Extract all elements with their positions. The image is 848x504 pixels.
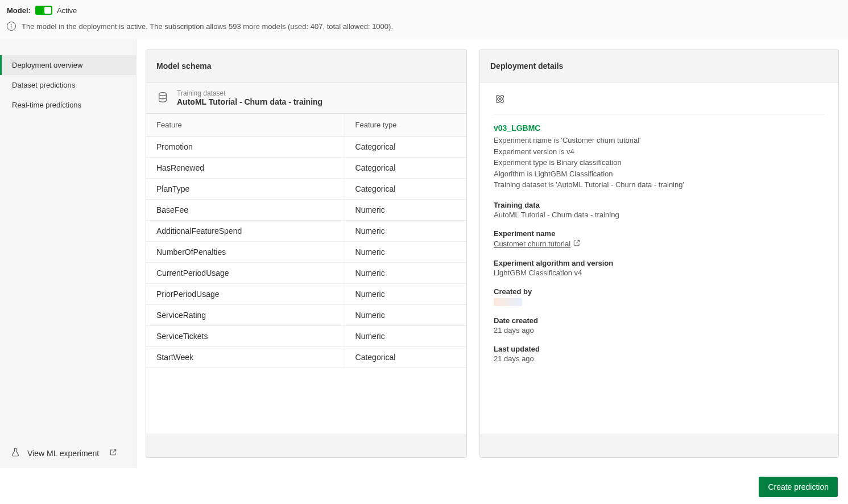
model-name: v03_LGBMC bbox=[494, 123, 825, 133]
date-created-value: 21 days ago bbox=[494, 326, 825, 334]
table-row: AdditionalFeatureSpendNumeric bbox=[146, 221, 466, 242]
details-panel-footer bbox=[480, 435, 838, 457]
atom-icon bbox=[494, 98, 506, 107]
algo-version-label: Experiment algorithm and version bbox=[494, 259, 825, 267]
feature-type-cell: Categorical bbox=[345, 137, 466, 158]
experiment-name-link[interactable]: Customer churn tutorial bbox=[494, 239, 581, 249]
deployment-details-panel: Deployment details v03_LGBMC Experiment … bbox=[479, 49, 839, 458]
view-ml-experiment-label: View ML experiment bbox=[27, 449, 99, 458]
sidebar: Deployment overviewDataset predictionsRe… bbox=[0, 39, 136, 468]
feature-type-cell: Categorical bbox=[345, 179, 466, 200]
table-row: ServiceRatingNumeric bbox=[146, 305, 466, 326]
table-row: StartWeekCategorical bbox=[146, 347, 466, 368]
feature-type-cell: Numeric bbox=[345, 242, 466, 263]
subscription-info-text: The model in the deployment is active. T… bbox=[22, 22, 393, 31]
experiment-name-label: Experiment name bbox=[494, 229, 825, 238]
feature-cell: StartWeek bbox=[146, 347, 345, 368]
feature-type-cell: Numeric bbox=[345, 200, 466, 221]
feature-type-cell: Numeric bbox=[345, 221, 466, 242]
feature-cell: Promotion bbox=[146, 137, 345, 158]
sidebar-item-real-time-predictions[interactable]: Real-time predictions bbox=[0, 95, 136, 115]
feature-cell: AdditionalFeatureSpend bbox=[146, 221, 345, 242]
detail-line: Experiment type is Binary classification bbox=[494, 157, 825, 168]
feature-cell: BaseFee bbox=[146, 200, 345, 221]
external-link-icon bbox=[109, 448, 117, 458]
date-created-label: Date created bbox=[494, 316, 825, 325]
feature-cell: HasRenewed bbox=[146, 158, 345, 179]
flask-icon bbox=[10, 447, 20, 459]
feature-type-cell: Numeric bbox=[345, 284, 466, 305]
model-schema-panel: Model schema Training dataset AutoML Tut… bbox=[146, 49, 467, 458]
feature-cell: CurrentPeriodUsage bbox=[146, 263, 345, 284]
col-feature-type: Feature type bbox=[345, 114, 466, 137]
model-status-text: Active bbox=[57, 6, 77, 15]
sidebar-item-deployment-overview[interactable]: Deployment overview bbox=[0, 55, 136, 75]
algo-version-value: LightGBM Classification v4 bbox=[494, 268, 825, 277]
sidebar-item-dataset-predictions[interactable]: Dataset predictions bbox=[0, 75, 136, 95]
training-data-label: Training data bbox=[494, 201, 825, 209]
detail-line: Training dataset is 'AutoML Tutorial - C… bbox=[494, 179, 825, 191]
model-schema-header: Model schema bbox=[146, 50, 466, 82]
feature-type-cell: Numeric bbox=[345, 305, 466, 326]
created-by-redacted bbox=[494, 298, 522, 306]
deployment-details-header: Deployment details bbox=[480, 50, 838, 82]
feature-type-cell: Numeric bbox=[345, 326, 466, 347]
training-data-value: AutoML Tutorial - Churn data - training bbox=[494, 210, 825, 219]
bottom-bar: Create prediction bbox=[0, 470, 848, 504]
external-link-icon bbox=[573, 239, 581, 249]
schema-table: Feature Feature type PromotionCategorica… bbox=[146, 114, 466, 368]
feature-cell: ServiceRating bbox=[146, 305, 345, 326]
detail-line: Experiment version is v4 bbox=[494, 146, 825, 158]
table-row: PriorPeriodUsageNumeric bbox=[146, 284, 466, 305]
feature-type-cell: Categorical bbox=[345, 158, 466, 179]
training-dataset-banner: Training dataset AutoML Tutorial - Churn… bbox=[146, 82, 466, 114]
svg-point-3 bbox=[499, 98, 500, 100]
experiment-name-value: Customer churn tutorial bbox=[494, 239, 570, 248]
detail-line: Experiment name is 'Customer churn tutor… bbox=[494, 135, 825, 146]
last-updated-label: Last updated bbox=[494, 345, 825, 353]
training-dataset-name: AutoML Tutorial - Churn data - training bbox=[177, 97, 322, 106]
feature-type-cell: Categorical bbox=[345, 347, 466, 368]
table-row: ServiceTicketsNumeric bbox=[146, 326, 466, 347]
svg-point-0 bbox=[159, 92, 167, 96]
table-row: HasRenewedCategorical bbox=[146, 158, 466, 179]
create-prediction-button[interactable]: Create prediction bbox=[759, 477, 838, 497]
feature-cell: NumberOfPenalties bbox=[146, 242, 345, 263]
top-bar: Model: Active i The model in the deploym… bbox=[0, 0, 848, 39]
created-by-label: Created by bbox=[494, 287, 825, 296]
table-row: NumberOfPenaltiesNumeric bbox=[146, 242, 466, 263]
feature-cell: PriorPeriodUsage bbox=[146, 284, 345, 305]
model-label: Model: bbox=[7, 6, 31, 15]
table-row: CurrentPeriodUsageNumeric bbox=[146, 263, 466, 284]
info-icon: i bbox=[7, 22, 16, 31]
last-updated-value: 21 days ago bbox=[494, 354, 825, 363]
table-row: BaseFeeNumeric bbox=[146, 200, 466, 221]
table-row: PlanTypeCategorical bbox=[146, 179, 466, 200]
database-icon bbox=[156, 90, 169, 106]
divider bbox=[494, 114, 825, 114]
feature-cell: PlanType bbox=[146, 179, 345, 200]
schema-panel-footer bbox=[146, 435, 466, 457]
detail-line: Algorithm is LightGBM Classification bbox=[494, 168, 825, 180]
feature-type-cell: Numeric bbox=[345, 263, 466, 284]
model-active-toggle[interactable] bbox=[35, 6, 52, 15]
training-dataset-tiny-label: Training dataset bbox=[177, 89, 322, 97]
feature-cell: ServiceTickets bbox=[146, 326, 345, 347]
view-ml-experiment-link[interactable]: View ML experiment bbox=[0, 438, 136, 468]
table-row: PromotionCategorical bbox=[146, 137, 466, 158]
col-feature: Feature bbox=[146, 114, 345, 137]
